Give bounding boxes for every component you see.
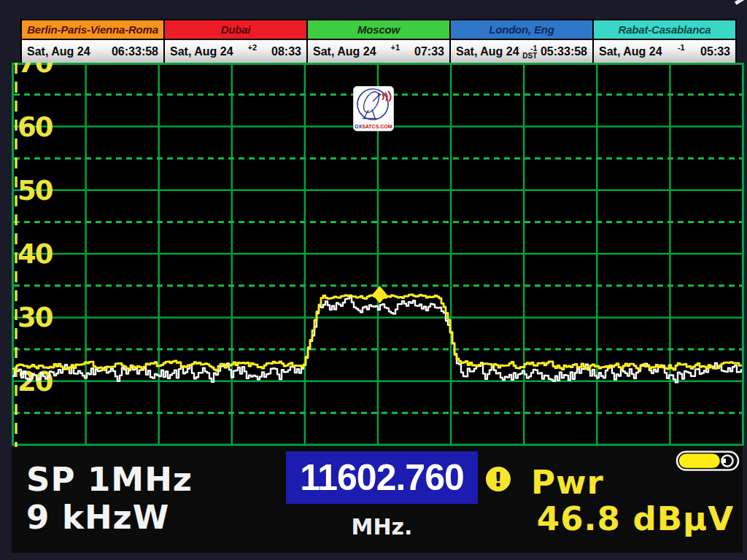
clock-time-5: Sat, Aug 24-105:33 [594,40,735,63]
power-value: 46.8 dBµV [486,501,734,537]
y-axis-label: 50 [18,175,53,206]
clock-date: Sat, Aug 24 [456,45,519,58]
clock-time-value: 07:33 [414,45,444,58]
utc-offset: +1 [391,43,400,52]
y-axis-label: 70 [18,63,53,79]
marker-diamond[interactable] [373,286,387,303]
clock-time-value: 05:33 [700,45,730,58]
clock-time-3: Sat, Aug 24+107:33 [308,40,449,63]
frequency-value: 11602.760 [300,456,464,499]
rbw-setting-label: 9 kHzW [26,499,169,536]
clock-city-4: London, Eng [451,20,592,39]
clock-time-value: 05:33:58 [541,45,587,58]
spectrum-analyzer-screen: Berlin-Paris-Vienna-RomaDubaiMoscowLondo… [0,0,747,560]
alert-glyph: ! [494,470,503,489]
clock-time-2: Sat, Aug 24+208:33 [165,40,306,63]
clock-city-1: Berlin-Paris-Vienna-Roma [22,20,163,39]
clock-date: Sat, Aug 24 [313,45,376,58]
spectrum-chart: 706050403020 DXSATCS.COM [12,63,744,447]
frequency-unit-label: MHz. [286,515,478,539]
clock-date: Sat, Aug 24 [170,45,233,58]
frequency-display[interactable]: 11602.760 [286,451,478,504]
status-panel: SP 1MHz 9 kHzW 11602.760 MHz. ! Pwr 46.8… [12,447,743,553]
clock-time-value: 08:33 [271,45,301,58]
corner-mark [735,0,746,5]
clock-date: Sat, Aug 24 [599,45,662,58]
y-axis-label: 30 [18,302,53,333]
utc-offset: +2 [248,43,258,52]
clock-time-1: Sat, Aug 2406:33:58 [22,40,163,63]
clock-city-3: Moscow [308,20,449,39]
utc-offset: -1 [678,43,685,52]
utc-offset: -1DST [522,45,537,59]
alert-exclamation-icon: ! [486,467,511,491]
clock-date: Sat, Aug 24 [27,45,90,58]
y-axis-label: 60 [18,112,53,143]
clock-city-2: Dubai [165,20,306,39]
y-axis-label: 20 [18,366,53,397]
span-setting-label: SP 1MHz [26,462,193,498]
logo-text: DXSATCS.COM [355,124,392,129]
clock-city-5: Rabat-Casablanca [594,20,735,39]
battery-icon [676,450,743,472]
world-clock-table: Berlin-Paris-Vienna-RomaDubaiMoscowLondo… [20,19,737,66]
live-trace [12,297,741,382]
dxsatcs-logo: DXSATCS.COM [353,86,394,131]
clock-time-4: Sat, Aug 24-1DST05:33:58 [451,40,592,63]
power-label: Pwr [531,464,604,501]
clock-time-value: 06:33:58 [112,45,158,58]
y-axis-label: 40 [18,238,53,270]
